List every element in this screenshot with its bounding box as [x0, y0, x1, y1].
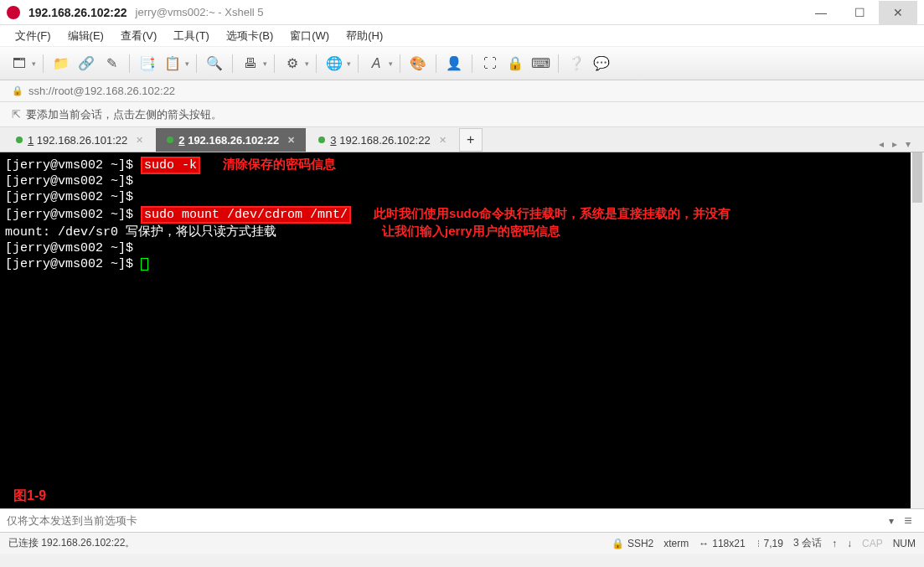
status-pos: ⸽7,19: [756, 538, 783, 549]
hint-arrow-icon[interactable]: ⇱: [12, 108, 21, 121]
annotation-2a: 此时我们使用sudo命令执行挂载时，系统是直接挂载的，并没有: [374, 206, 730, 220]
pos-icon: ⸽: [756, 538, 761, 549]
copy-icon[interactable]: 📑: [137, 53, 158, 75]
menu-view[interactable]: 查看(V): [116, 27, 162, 45]
prompt: [jerry@vms002 ~]$: [5, 158, 141, 173]
status-num: NUM: [893, 538, 916, 549]
input-bar: ▾ ≡: [0, 508, 924, 532]
menu-file[interactable]: 文件(F): [10, 27, 56, 45]
tab-number: 1: [28, 134, 34, 147]
status-sessions: 3 会话: [793, 536, 822, 550]
tab-number: 3: [330, 134, 336, 147]
figure-label: 图1-9: [13, 487, 46, 503]
toolbar: 🗔▾ 📁 🔗 ✎ 📑 📋▾ 🔍 🖶▾ ⚙▾ 🌐▾ A▾ 🎨 👤 ⛶ 🔒 ⌨ ❔ …: [0, 47, 924, 80]
menu-edit[interactable]: 编辑(E): [63, 27, 109, 45]
separator: [400, 54, 400, 73]
dropdown-icon[interactable]: ▾: [347, 59, 351, 68]
help-icon[interactable]: ❔: [565, 53, 587, 75]
tab-3[interactable]: 3 192.168.26.102:22 ✕: [307, 128, 457, 152]
color-icon[interactable]: 🎨: [407, 53, 429, 75]
fullscreen-icon[interactable]: ⛶: [479, 53, 501, 75]
cmd-sudo-mount: sudo mount /dev/cdrom /mnt/: [141, 206, 351, 224]
disconnect-icon[interactable]: ✎: [101, 53, 122, 75]
tab-close-icon[interactable]: ✕: [439, 135, 447, 146]
annotation-1: 清除保存的密码信息: [223, 157, 336, 171]
separator: [274, 54, 275, 73]
hint-bar: ⇱ 要添加当前会话，点击左侧的箭头按钮。: [0, 102, 924, 127]
search-icon[interactable]: 🔍: [204, 53, 225, 75]
tab-next-icon[interactable]: ▸: [889, 137, 901, 152]
separator: [129, 54, 130, 73]
globe-icon[interactable]: 🌐: [323, 53, 345, 75]
terminal-scrollbar[interactable]: [911, 152, 924, 508]
menu-window[interactable]: 窗口(W): [285, 27, 334, 45]
open-icon[interactable]: 📁: [50, 53, 72, 75]
status-connection: 已连接 192.168.26.102:22。: [8, 536, 135, 550]
separator: [358, 54, 359, 73]
lock-icon: 🔒: [612, 538, 624, 549]
chat-icon[interactable]: 💬: [591, 53, 612, 75]
tab-label: 192.168.26.102:22: [188, 134, 279, 147]
tab-close-icon[interactable]: ✕: [136, 135, 143, 146]
compose-input[interactable]: [7, 514, 884, 527]
dropdown-icon[interactable]: ▾: [263, 59, 267, 68]
font-icon[interactable]: A: [365, 53, 387, 75]
dropdown-icon[interactable]: ▾: [185, 59, 189, 68]
dropdown-icon[interactable]: ▾: [305, 59, 309, 68]
properties-icon[interactable]: ⚙: [281, 53, 303, 75]
tab-label: 192.168.26.102:22: [339, 134, 430, 147]
app-icon: [7, 6, 20, 19]
print-icon[interactable]: 🖶: [240, 53, 261, 75]
window-controls: — ☐ ✕: [802, 1, 917, 24]
scrollbar-thumb[interactable]: [912, 152, 922, 203]
tab-1[interactable]: 1 192.168.26.101:22 ✕: [5, 128, 154, 152]
menu-tools[interactable]: 工具(T): [168, 27, 214, 45]
separator: [558, 54, 559, 73]
tab-prev-icon[interactable]: ◂: [875, 137, 887, 152]
tab-number: 2: [178, 134, 184, 147]
tab-2[interactable]: 2 192.168.26.102:22 ✕: [156, 128, 306, 152]
dropdown-icon[interactable]: ▾: [32, 59, 36, 68]
input-dropdown-icon[interactable]: ▾: [884, 515, 899, 527]
prompt: [jerry@vms002 ~]$: [5, 208, 141, 222]
paste-icon[interactable]: 📋: [162, 53, 183, 75]
dropdown-icon[interactable]: ▾: [389, 59, 393, 68]
size-icon: ↔: [699, 538, 709, 549]
status-dot-icon: [318, 137, 325, 143]
maximize-button[interactable]: ☐: [840, 1, 879, 24]
separator: [196, 54, 197, 73]
prompt: [jerry@vms002 ~]$: [5, 174, 141, 188]
title-bar: 192.168.26.102:22 jerry@vms002:~ - Xshel…: [0, 0, 924, 25]
tab-nav: ◂ ▸ ▾: [875, 137, 919, 152]
terminal[interactable]: [jerry@vms002 ~]$ sudo -k 清除保存的密码信息 [jer…: [0, 152, 924, 508]
address-url[interactable]: ssh://root@192.168.26.102:22: [28, 85, 175, 97]
lock-icon[interactable]: 🔒: [504, 53, 526, 75]
close-button[interactable]: ✕: [879, 1, 917, 24]
tab-list-icon[interactable]: ▾: [902, 137, 914, 152]
minimize-button[interactable]: —: [802, 1, 840, 24]
status-cap: CAP: [862, 538, 883, 549]
cmd-sudo-k: sudo -k: [141, 157, 200, 174]
menu-tabs[interactable]: 选项卡(B): [221, 27, 278, 45]
status-dot-icon: [167, 137, 173, 143]
new-session-icon[interactable]: 🗔: [8, 53, 30, 75]
user-icon[interactable]: 👤: [443, 53, 465, 75]
input-menu-icon[interactable]: ≡: [899, 513, 917, 528]
status-bar: 已连接 192.168.26.102:22。 🔒SSH2 xterm ↔118x…: [0, 532, 924, 554]
tab-label: 192.168.26.101:22: [37, 134, 127, 147]
tab-close-icon[interactable]: ✕: [287, 135, 295, 146]
menu-help[interactable]: 帮助(H): [341, 27, 388, 45]
prompt: [jerry@vms002 ~]$: [5, 257, 141, 271]
keyboard-icon[interactable]: ⌨: [529, 53, 551, 75]
prompt: [jerry@vms002 ~]$: [5, 190, 141, 204]
status-proto: 🔒SSH2: [612, 538, 653, 549]
status-dot-icon: [16, 137, 23, 143]
nav-down-icon[interactable]: ↓: [847, 538, 852, 549]
cursor: [141, 258, 148, 271]
nav-up-icon[interactable]: ↑: [832, 538, 837, 549]
reconnect-icon[interactable]: 🔗: [75, 53, 97, 75]
tab-add-button[interactable]: +: [459, 128, 483, 152]
lock-icon: 🔒: [12, 85, 23, 96]
address-bar: 🔒 ssh://root@192.168.26.102:22: [0, 80, 924, 102]
separator: [472, 54, 472, 73]
